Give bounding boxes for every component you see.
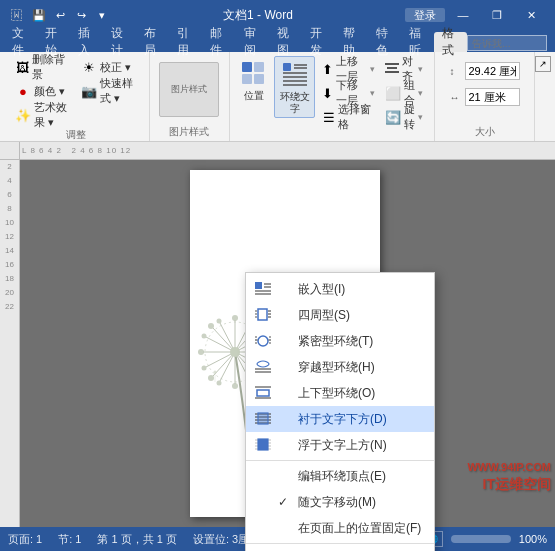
svg-point-46 xyxy=(217,319,222,324)
ctx-move-check: ✓ xyxy=(278,495,292,509)
move-down-button[interactable]: ⬇ 下移一层 ▾ xyxy=(319,82,378,104)
svg-point-16 xyxy=(232,315,238,321)
height-field: ↕ xyxy=(450,60,520,82)
tab-layout[interactable]: 布局 xyxy=(136,32,169,52)
align-button[interactable]: 对齐 ▾ xyxy=(382,58,426,80)
context-menu: 嵌入型(I) 四周型(S) 紧密型环绕(T) 穿越型环绕(H) xyxy=(245,272,435,551)
redo-icon[interactable]: ↪ xyxy=(72,6,90,24)
search-input[interactable] xyxy=(467,35,547,51)
tab-references[interactable]: 引用 xyxy=(169,32,202,52)
tab-view[interactable]: 视图 xyxy=(269,32,302,52)
tab-home[interactable]: 开始 xyxy=(37,32,70,52)
watermark-line2: IT运维空间 xyxy=(467,475,551,495)
art-effects-button[interactable]: ✨ 艺术效果 ▾ xyxy=(12,104,74,126)
close-button[interactable]: ✕ xyxy=(515,3,547,27)
ctx-sep2 xyxy=(246,543,434,544)
rotate-button[interactable]: 🔄 旋转 ▾ xyxy=(382,106,426,128)
ctx-through-icon xyxy=(254,358,272,376)
ctx-more-layout[interactable]: ⊞ 其他布局选项(L)… xyxy=(246,546,434,551)
tab-insert[interactable]: 插入 xyxy=(70,32,103,52)
ctx-move-with-text[interactable]: ✓ 随文字移动(M) xyxy=(246,489,434,515)
svg-point-116 xyxy=(258,336,268,346)
corrections-icon: ☀ xyxy=(81,59,97,75)
login-button[interactable]: 登录 xyxy=(405,8,445,22)
remove-bg-button[interactable]: 🖼 删除背景 xyxy=(12,56,74,78)
ruler-marks-h: L 8 6 4 2 2 4 6 8 10 12 xyxy=(22,146,131,155)
position-button[interactable]: 位置 xyxy=(238,56,271,104)
corrections-button[interactable]: ☀ 校正 ▾ xyxy=(78,56,140,78)
ribbon-tabs: 文件 开始 插入 设计 布局 引用 邮件 审阅 视图 开发 帮助 特色 福昕 格… xyxy=(0,30,555,52)
ruler-corner xyxy=(0,142,20,160)
tab-format[interactable]: 格式 xyxy=(434,32,467,52)
undo-icon[interactable]: ↩ xyxy=(51,6,69,24)
move-up-button[interactable]: ⬆ 上移一层 ▾ xyxy=(319,58,378,80)
group-launcher[interactable]: ↗ xyxy=(535,56,551,72)
color-button[interactable]: ● 颜色 ▾ xyxy=(12,80,74,102)
more-icon[interactable]: ▾ xyxy=(93,6,111,24)
ruler-horizontal: L 8 6 4 2 2 4 6 8 10 12 xyxy=(20,142,555,160)
svg-rect-11 xyxy=(385,63,399,65)
tab-file[interactable]: 文件 xyxy=(4,32,37,52)
ruler-mark-10: 10 xyxy=(5,218,14,232)
ctx-move-with-text-label: 随文字移动(M) xyxy=(298,494,376,511)
ctx-square-check xyxy=(278,308,292,322)
ctx-infront[interactable]: 浮于文字上方(N) xyxy=(246,432,434,458)
zoom-slider[interactable] xyxy=(451,535,511,543)
minimize-button[interactable]: — xyxy=(447,3,479,27)
ctx-infront-label: 浮于文字上方(N) xyxy=(298,437,387,454)
svg-point-40 xyxy=(217,381,222,386)
group-button[interactable]: ⬜ 组合 ▾ xyxy=(382,82,426,104)
move-down-icon: ⬇ xyxy=(322,85,333,101)
tab-featured[interactable]: 特色 xyxy=(368,32,401,52)
adjust-group-label: 调整 xyxy=(66,126,86,142)
tab-foxit[interactable]: 福昕 xyxy=(401,32,434,52)
quick-access-toolbar: 💾 ↩ ↪ ▾ xyxy=(30,6,111,24)
adjust-buttons: 🖼 删除背景 ● 颜色 ▾ ✨ 艺术效果 ▾ ☀ 校正 ▾ 📷 xyxy=(12,56,141,126)
svg-rect-4 xyxy=(283,63,291,71)
svg-rect-109 xyxy=(258,309,267,320)
tab-developer[interactable]: 开发 xyxy=(302,32,335,52)
compress-icon: 📷 xyxy=(81,83,97,99)
color-label: 颜色 ▾ xyxy=(34,84,65,99)
remove-bg-label: 删除背景 xyxy=(32,52,71,82)
status-page-label: 页面: 1 xyxy=(8,532,42,547)
save-icon[interactable]: 💾 xyxy=(30,6,48,24)
status-page-of: 第 1 页，共 1 页 xyxy=(97,532,176,547)
ctx-topbottom[interactable]: 上下型环绕(O) xyxy=(246,380,434,406)
tab-review[interactable]: 审阅 xyxy=(236,32,269,52)
ctx-edit-wrap[interactable]: 编辑环绕顶点(E) xyxy=(246,463,434,489)
svg-rect-1 xyxy=(254,62,264,72)
width-input[interactable] xyxy=(465,88,520,106)
svg-point-30 xyxy=(208,323,214,329)
pic-compress-button[interactable]: 📷 快速样式 ▾ xyxy=(78,80,140,102)
select-pane-label: 选择窗格 xyxy=(338,102,375,132)
tab-design[interactable]: 设计 xyxy=(103,32,136,52)
ctx-tight-icon xyxy=(254,332,272,350)
width-field: ↔ xyxy=(450,86,520,108)
ctx-edit-wrap-check xyxy=(278,469,292,483)
ruler-mark-8: 8 xyxy=(7,204,11,218)
ctx-topbottom-label: 上下型环绕(O) xyxy=(298,385,375,402)
move-up-icon: ⬆ xyxy=(322,61,333,77)
ctx-square[interactable]: 四周型(S) xyxy=(246,302,434,328)
ctx-behind-check xyxy=(278,412,292,426)
position-label: 位置 xyxy=(244,90,264,102)
restore-button[interactable]: ❐ xyxy=(481,3,513,27)
ctx-behind[interactable]: 衬于文字下方(D) xyxy=(246,406,434,432)
compress-label: 快速样式 ▾ xyxy=(100,76,137,106)
svg-point-42 xyxy=(202,366,207,371)
tab-help[interactable]: 帮助 xyxy=(335,32,368,52)
watermark-line1: WWW.94IP.COM xyxy=(467,460,551,475)
height-input[interactable] xyxy=(465,62,520,80)
ctx-inline[interactable]: 嵌入型(I) xyxy=(246,276,434,302)
ctx-through[interactable]: 穿越型环绕(H) xyxy=(246,354,434,380)
ribbon-group-arrange: 位置 环绕文字 ⬆ 上移一层 ▾ ⬇ 下移一层 ▾ xyxy=(230,52,435,141)
window-controls: 登录 — ❐ ✕ xyxy=(405,3,547,27)
ctx-tight[interactable]: 紧密型环绕(T) xyxy=(246,328,434,354)
tab-mailings[interactable]: 邮件 xyxy=(202,32,235,52)
svg-rect-125 xyxy=(257,390,269,396)
ctx-fix-position[interactable]: 在页面上的位置固定(F) xyxy=(246,515,434,541)
text-wrap-button[interactable]: 环绕文字 xyxy=(274,56,315,118)
select-pane-button[interactable]: ☰ 选择窗格 xyxy=(319,106,378,128)
ctx-topbottom-icon xyxy=(254,384,272,402)
